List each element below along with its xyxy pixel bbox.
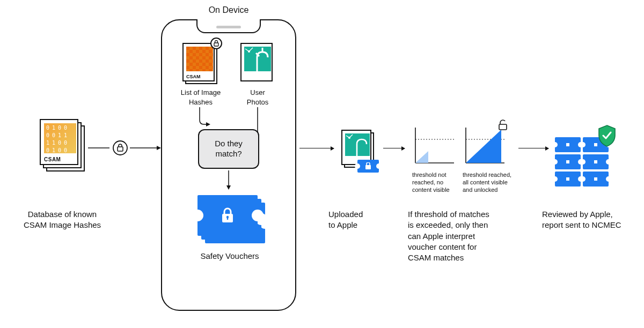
csam-binary-digits: 0100 0011 1100 0100 [44,123,76,153]
lock-badge-icon [210,38,222,49]
svg-rect-5 [214,43,218,46]
csam-database-caption: Database of known CSAM Image Hashes [19,209,105,231]
voucher-chip [555,172,581,187]
threshold-reached-label: threshold reached, all content visible a… [463,172,522,193]
arrow-upload-to-threshold [383,148,405,148]
csam-tag: CSAM [41,155,77,164]
device-notch [196,19,261,33]
threshold-not-reached-label: threshold not reached, no content visibl… [412,172,459,193]
threshold-reached-chart [463,128,504,166]
svg-marker-33 [466,130,501,163]
svg-marker-13 [206,122,210,126]
arrow-db-to-phone [88,139,161,156]
svg-marker-4 [157,146,161,150]
shield-check-icon [597,124,617,148]
unlock-icon [497,119,509,131]
uploaded-caption: Uploaded to Apple [328,209,393,231]
svg-marker-29 [415,151,428,163]
svg-rect-34 [499,124,507,130]
svg-rect-25 [365,165,371,169]
hash-tile-tag: CSAM [184,73,214,80]
match-decision-box: Do they match? [198,129,259,169]
user-photo-icon [244,47,271,71]
threshold-caption: If threshold of matches is exceeded, onl… [408,209,515,263]
voucher-chip [583,172,609,187]
threshold-not-reached-chart [412,128,454,166]
user-photos-tile [240,43,273,81]
voucher-chip [555,154,581,169]
svg-point-1 [113,141,127,155]
user-photo-icon [345,133,370,156]
svg-rect-20 [227,217,228,220]
safety-vouchers-caption: Safety Vouchers [182,251,277,262]
review-caption: Reviewed by Apple, report sent to NCMEC [542,209,632,231]
voucher-chip [583,154,609,169]
on-device-heading: On Device [161,5,296,15]
safety-vouchers-stack [197,195,267,244]
hash-tile-caption: List of Image Hashes [173,88,229,107]
arrow-threshold-to-review [518,148,548,148]
svg-marker-17 [226,185,231,190]
speaker-icon [216,26,241,28]
mini-voucher-chip [357,160,379,173]
lock-icon [221,207,235,223]
arrow-phone-to-upload [299,148,334,148]
svg-rect-35 [504,121,508,124]
voucher-chip [555,137,581,152]
user-photos-caption: User Photos [235,88,280,107]
